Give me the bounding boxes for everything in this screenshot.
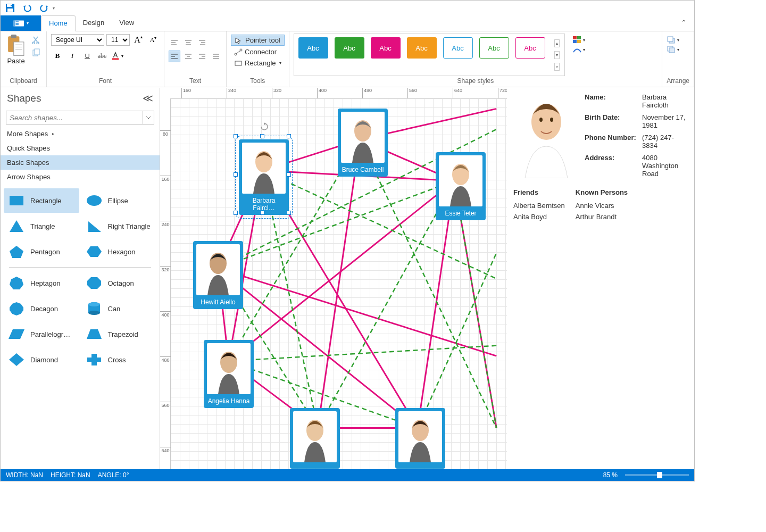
align-top-left-button[interactable] <box>169 37 180 48</box>
shape-item-decagon[interactable]: Decagon <box>4 296 79 321</box>
svg-rect-10 <box>11 35 16 38</box>
shape-item-triangle[interactable]: Triangle <box>4 214 79 238</box>
style-swatch-orange[interactable]: Abc <box>407 37 437 59</box>
friend-item: Anita Boyd <box>513 212 565 223</box>
shapes-collapse-button[interactable]: ≪ <box>143 92 153 104</box>
bring-front-button[interactable]: ▾ <box>667 36 689 44</box>
person-card[interactable]: Barbara Faircl… <box>239 139 289 215</box>
svg-rect-53 <box>669 48 675 53</box>
person-card[interactable] <box>290 408 340 469</box>
underline-button[interactable]: U <box>81 49 94 62</box>
paste-button[interactable]: Paste <box>5 34 27 76</box>
tab-view[interactable]: View <box>112 15 141 31</box>
shape-item-trapezoid[interactable]: Trapezoid <box>81 322 157 346</box>
shape-item-cross[interactable]: Cross <box>81 347 157 372</box>
svg-point-103 <box>539 118 543 122</box>
group-label-tools: Tools <box>231 76 285 86</box>
shape-item-ellipse[interactable]: Ellipse <box>81 188 157 213</box>
ribbon-tabs: ▾ Home Design View ⌃ <box>1 15 694 31</box>
shape-item-octagon[interactable]: Octagon <box>81 271 157 295</box>
grow-font-button[interactable]: A▴ <box>132 34 145 46</box>
copy-button[interactable] <box>30 47 42 58</box>
align-justify-button[interactable] <box>210 51 222 62</box>
details-photo <box>513 93 579 178</box>
friends-heading: Friends <box>513 187 565 198</box>
gallery-more-button[interactable]: ▿ <box>554 63 560 71</box>
font-color-button[interactable]: ▾ <box>111 49 123 62</box>
pointer-tool-button[interactable]: Pointer tool <box>231 35 285 46</box>
group-text: Text <box>164 31 227 87</box>
shape-item-right-triangle[interactable]: Right Triangle <box>81 214 157 238</box>
shape-category-quick-shapes[interactable]: Quick Shapes <box>1 141 160 155</box>
shape-item-pentagon[interactable]: Pentagon <box>4 239 79 264</box>
style-swatch-blue[interactable]: Abc <box>298 37 328 59</box>
person-card[interactable] <box>395 408 445 469</box>
shape-item-heptagon[interactable]: Heptagon <box>4 271 79 295</box>
svg-rect-45 <box>235 61 242 65</box>
style-swatch-outline-green[interactable]: Abc <box>479 37 509 59</box>
svg-rect-18 <box>35 49 39 55</box>
strikethrough-button[interactable]: abc <box>96 49 109 62</box>
status-width: WIDTH: NaN <box>6 471 43 479</box>
save-button[interactable] <box>5 3 15 13</box>
tab-home[interactable]: Home <box>41 15 76 31</box>
align-top-right-button[interactable] <box>196 37 208 48</box>
group-arrange: ▾ ▾ Arrange <box>662 31 694 87</box>
shapes-search-dropdown[interactable] <box>142 111 154 124</box>
shape-item-parallelogr-[interactable]: Parallelogr… <box>4 322 79 346</box>
svg-line-81 <box>318 181 455 428</box>
status-angle: ANGLE: 0° <box>98 471 129 479</box>
style-swatch-magenta[interactable]: Abc <box>371 37 401 59</box>
canvas[interactable]: Barbara Faircl…Bruce CambellEssie TeterH… <box>171 98 507 469</box>
group-tools: Pointer tool Connector Rectangle ▾ Tools <box>227 31 289 87</box>
bold-button[interactable]: B <box>51 49 64 62</box>
qat-customize-dropdown[interactable]: ▾ <box>53 6 55 11</box>
shape-item-hexagon[interactable]: Hexagon <box>81 239 157 264</box>
person-card[interactable]: Angelia Hanna <box>204 340 254 408</box>
gallery-up-button[interactable]: ▴ <box>554 39 560 47</box>
shape-category-basic-shapes[interactable]: Basic Shapes <box>1 155 160 170</box>
align-top-center-button[interactable] <box>182 37 194 48</box>
align-center-button[interactable] <box>182 51 194 62</box>
ribbon-body: Paste Clipboard Segoe UI 11 A▴ A▾ B I U … <box>1 31 694 87</box>
person-card[interactable]: Essie Teter <box>436 152 486 220</box>
person-card[interactable]: Hewitt Aiello <box>193 241 243 309</box>
app-button[interactable]: ▾ <box>1 15 41 31</box>
svg-line-44 <box>237 51 240 53</box>
shapes-search-input[interactable] <box>6 111 142 124</box>
shape-item-can[interactable]: Can <box>81 296 157 321</box>
shrink-font-button[interactable]: A▾ <box>147 34 160 46</box>
ribbon-collapse-button[interactable]: ⌃ <box>673 15 694 31</box>
align-right-button[interactable] <box>196 51 208 62</box>
italic-button[interactable]: I <box>66 49 79 62</box>
fill-color-button[interactable]: ▾ <box>572 36 585 44</box>
svg-rect-3 <box>11 5 12 6</box>
zoom-slider[interactable] <box>625 474 689 476</box>
svg-rect-11 <box>14 42 24 56</box>
redo-button[interactable] <box>39 3 49 13</box>
gallery-down-button[interactable]: ▾ <box>554 51 560 59</box>
paste-label: Paste <box>7 57 24 65</box>
rectangle-tool-button[interactable]: Rectangle ▾ <box>231 58 285 68</box>
font-size-select[interactable]: 11 <box>106 34 130 46</box>
style-swatch-outline-blue[interactable]: Abc <box>443 37 473 59</box>
shape-item-rectangle[interactable]: Rectangle <box>4 188 79 213</box>
font-name-select[interactable]: Segoe UI <box>51 34 104 46</box>
connector-tool-button[interactable]: Connector <box>231 47 285 57</box>
shape-item-diamond[interactable]: Diamond <box>4 347 79 372</box>
tab-design[interactable]: Design <box>76 15 112 31</box>
send-back-button[interactable]: ▾ <box>667 45 689 54</box>
svg-line-82 <box>229 346 497 361</box>
group-shape-styles: Abc Abc Abc Abc Abc Abc Abc ▴ ▾ ▿ ▾ ▾ Sh… <box>289 31 663 87</box>
shape-category-arrow-shapes[interactable]: Arrow Shapes <box>1 170 160 184</box>
svg-point-43 <box>240 49 242 51</box>
person-card[interactable]: Bruce Cambell <box>338 109 388 177</box>
line-color-button[interactable]: ▾ <box>572 45 585 54</box>
undo-button[interactable] <box>22 3 32 13</box>
shape-category-more-shapes[interactable]: More Shapes▸ <box>1 127 160 141</box>
style-swatch-outline-magenta[interactable]: Abc <box>515 37 545 59</box>
align-left-button[interactable] <box>169 51 180 62</box>
style-swatch-green[interactable]: Abc <box>335 37 364 59</box>
cut-button[interactable] <box>30 35 42 45</box>
status-height: HEIGHT: NaN <box>51 471 90 479</box>
